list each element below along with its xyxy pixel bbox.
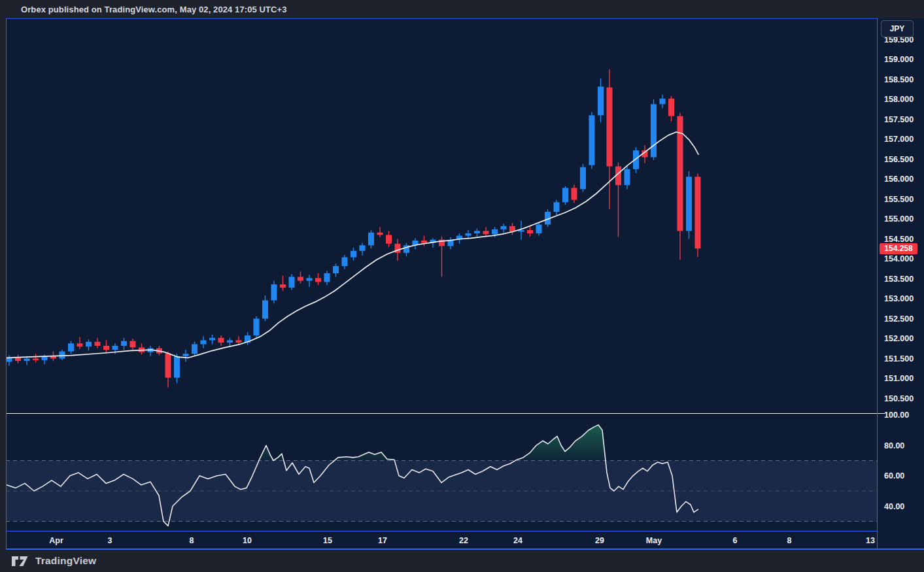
currency-unit-button[interactable]: JPY: [881, 20, 914, 37]
tradingview-logo-icon[interactable]: [11, 555, 29, 567]
time-axis[interactable]: [6, 531, 877, 549]
tradingview-brand-label[interactable]: TradingView: [35, 555, 96, 567]
header-bar: Orbex published on TradingView.com, May …: [0, 0, 924, 18]
last-price-badge: 154.258: [880, 243, 917, 254]
oscillator-pane[interactable]: [6, 414, 877, 531]
pane-separator[interactable]: [6, 411, 877, 416]
footer-bar: TradingView: [0, 550, 924, 572]
main-price-pane[interactable]: [6, 18, 877, 413]
publish-attribution-title: Orbex published on TradingView.com, May …: [0, 5, 287, 14]
price-axis[interactable]: JPY 154.258: [877, 18, 924, 549]
